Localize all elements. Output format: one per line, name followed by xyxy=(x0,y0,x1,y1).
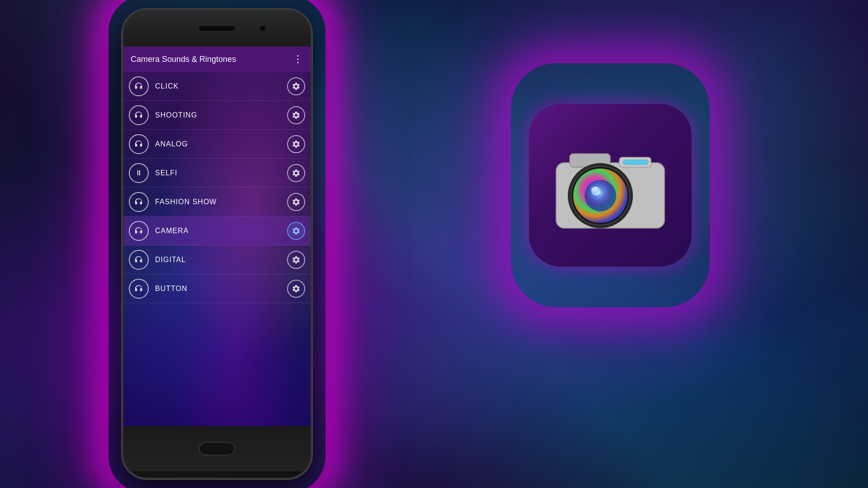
phone-front-camera xyxy=(260,26,265,31)
headphone-icon-fashion-show xyxy=(134,197,144,207)
play-button-selfi[interactable]: ⏸ xyxy=(129,163,149,183)
phone-bottom-bar xyxy=(123,426,311,471)
play-button-analog[interactable] xyxy=(129,134,149,154)
app-bar: Camera Sounds & Ringtones ⋮ xyxy=(123,47,311,72)
phone-screen: Camera Sounds & Ringtones ⋮ CLICK SHOOTI… xyxy=(123,47,311,426)
item-label-selfi: SELFI xyxy=(155,169,287,177)
gear-icon-click xyxy=(292,82,301,91)
settings-button-selfi[interactable] xyxy=(287,164,305,182)
item-label-click: CLICK xyxy=(155,82,287,90)
sound-list: CLICK SHOOTING ANALOG ⏸SELFI FASHION SHO… xyxy=(123,72,311,303)
item-label-camera: CAMERA xyxy=(155,227,287,235)
gear-icon-analog xyxy=(292,140,301,149)
settings-button-fashion-show[interactable] xyxy=(287,193,305,211)
item-label-shooting: SHOOTING xyxy=(155,111,287,119)
headphone-icon-digital xyxy=(134,255,144,265)
headphone-icon-analog xyxy=(134,139,144,149)
play-button-button[interactable] xyxy=(129,279,149,299)
gear-icon-shooting xyxy=(292,111,301,120)
pause-icon-selfi: ⏸ xyxy=(135,169,142,177)
list-item-shooting[interactable]: SHOOTING xyxy=(123,101,311,130)
item-label-digital: DIGITAL xyxy=(155,256,287,264)
phone-top-bar xyxy=(123,10,311,47)
list-item-button[interactable]: BUTTON xyxy=(123,274,311,303)
settings-button-shooting[interactable] xyxy=(287,106,305,124)
settings-button-camera[interactable] xyxy=(287,222,305,240)
settings-button-button[interactable] xyxy=(287,280,305,298)
home-button[interactable] xyxy=(199,442,235,455)
gear-icon-digital xyxy=(292,255,301,264)
gear-icon-button xyxy=(292,284,301,293)
play-button-fashion-show[interactable] xyxy=(129,192,149,212)
headphone-icon-click xyxy=(134,81,144,91)
list-item-click[interactable]: CLICK xyxy=(123,72,311,101)
list-item-camera[interactable]: CAMERA xyxy=(123,216,311,245)
phone-body: Camera Sounds & Ringtones ⋮ CLICK SHOOTI… xyxy=(122,9,312,479)
svg-point-7 xyxy=(585,180,616,211)
headphone-icon-camera xyxy=(134,226,144,236)
play-button-shooting[interactable] xyxy=(129,105,149,125)
list-item-fashion-show[interactable]: FASHION SHOW xyxy=(123,188,311,216)
list-item-analog[interactable]: ANALOG xyxy=(123,130,311,159)
item-label-analog: ANALOG xyxy=(155,140,287,148)
phone-speaker xyxy=(199,26,235,31)
play-button-click[interactable] xyxy=(129,76,149,96)
headphone-icon-shooting xyxy=(134,110,144,120)
gear-icon-selfi xyxy=(292,169,301,178)
app-icon xyxy=(529,104,692,267)
more-menu-icon[interactable]: ⋮ xyxy=(293,53,303,65)
app-title: Camera Sounds & Ringtones xyxy=(131,55,236,64)
camera-illustration xyxy=(547,136,674,235)
settings-button-digital[interactable] xyxy=(287,251,305,269)
app-icon-container xyxy=(520,72,701,298)
play-button-camera[interactable] xyxy=(129,221,149,241)
settings-button-analog[interactable] xyxy=(287,135,305,153)
item-label-fashion-show: FASHION SHOW xyxy=(155,198,287,206)
play-button-digital[interactable] xyxy=(129,250,149,270)
phone-mockup: Camera Sounds & Ringtones ⋮ CLICK SHOOTI… xyxy=(122,9,312,479)
list-item-digital[interactable]: DIGITAL xyxy=(123,245,311,274)
settings-button-click[interactable] xyxy=(287,77,305,95)
headphone-icon-button xyxy=(134,284,144,294)
svg-rect-3 xyxy=(623,160,648,164)
list-item-selfi[interactable]: ⏸SELFI xyxy=(123,159,311,188)
gear-icon-camera xyxy=(292,226,301,235)
item-label-button: BUTTON xyxy=(155,285,287,293)
gear-icon-fashion-show xyxy=(292,197,301,206)
